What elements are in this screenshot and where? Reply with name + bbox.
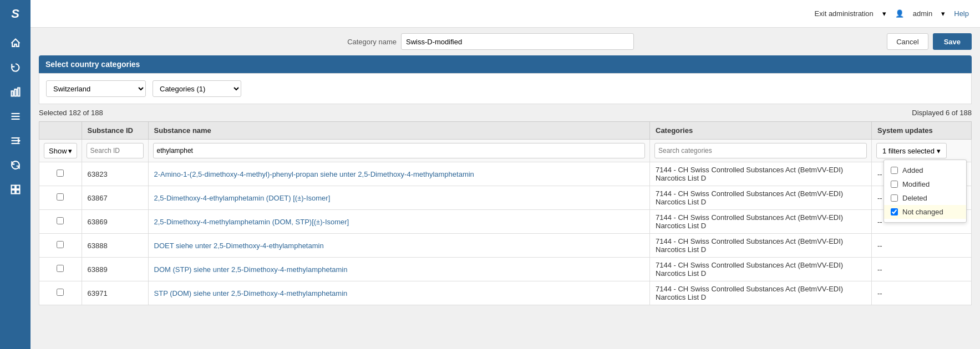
- filter-show-cell: Show ▾: [39, 140, 82, 162]
- sidebar-icon-sync[interactable]: [6, 155, 26, 175]
- filter-updates-cell: 1 filters selected ▾ Added Modified: [872, 140, 972, 162]
- row-checkbox[interactable]: [57, 289, 64, 296]
- logo-area: S: [0, 0, 31, 28]
- row-name: 2,5-Dimethoxy-4-ethylamphetamin (DOET) […: [148, 186, 649, 210]
- row-name: 2,5-Dimethoxy-4-methylamphetamin (DOM, S…: [148, 210, 649, 234]
- row-categories: 7144 - CH Swiss Controlled Substances Ac…: [650, 234, 872, 258]
- categories-dropdown[interactable]: Categories (1): [153, 80, 241, 97]
- help-link[interactable]: Help: [954, 9, 969, 18]
- row-checkbox[interactable]: [57, 170, 64, 177]
- row-id: 63888: [82, 234, 148, 258]
- filter-option-not-changed[interactable]: Not changed: [884, 205, 966, 219]
- filter-checkbox-modified[interactable]: [891, 181, 898, 188]
- cancel-button[interactable]: Cancel: [887, 33, 928, 50]
- row-update: --: [872, 258, 972, 281]
- row-name: STP (DOM) siehe unter 2,5-Dimethoxy-4-me…: [148, 281, 649, 305]
- row-checkbox[interactable]: [57, 193, 64, 201]
- row-categories: 7144 - CH Swiss Controlled Substances Ac…: [650, 186, 872, 210]
- row-checkbox-cell: [39, 210, 82, 234]
- filter-row: Show ▾ 1 filters selected: [39, 140, 972, 162]
- select-country-panel-header: Select country categories: [39, 55, 972, 73]
- row-id: 63867: [82, 186, 148, 210]
- row-update: --: [872, 234, 972, 258]
- row-checkbox[interactable]: [57, 217, 64, 224]
- filter-name-cell: [148, 140, 649, 162]
- filter-dropdown: Added Modified Deleted: [883, 160, 967, 223]
- svg-rect-11: [11, 190, 15, 194]
- select-country-panel-body: Switzerland Categories (1): [39, 73, 972, 104]
- filter-checkbox-deleted[interactable]: [891, 194, 898, 202]
- sidebar-icon-list2[interactable]: [6, 131, 26, 151]
- table-row: 63867 2,5-Dimethoxy-4-ethylamphetamin (D…: [39, 186, 972, 210]
- table-row: 63971 STP (DOM) siehe unter 2,5-Dimethox…: [39, 281, 972, 305]
- svg-rect-0: [11, 91, 13, 96]
- filter-label-added: Added: [902, 166, 923, 174]
- th-categories: Categories: [650, 122, 872, 140]
- search-categories-input[interactable]: [654, 143, 867, 158]
- exit-admin-link[interactable]: Exit administration: [815, 9, 874, 18]
- search-id-input[interactable]: [87, 143, 144, 158]
- user-icon: 👤: [895, 9, 904, 18]
- th-checkbox: [39, 122, 82, 140]
- show-button[interactable]: Show ▾: [44, 143, 77, 158]
- country-dropdown[interactable]: Switzerland: [46, 80, 146, 97]
- row-checkbox-cell: [39, 281, 82, 305]
- row-id: 63889: [82, 258, 148, 281]
- row-categories: 7144 - CH Swiss Controlled Substances Ac…: [650, 258, 872, 281]
- row-checkbox-cell: [39, 186, 82, 210]
- filter-checkbox-not-changed[interactable]: [891, 208, 898, 215]
- filter-updates-button[interactable]: 1 filters selected ▾: [876, 143, 947, 158]
- row-id: 63823: [82, 162, 148, 186]
- separator: ▾: [882, 9, 886, 18]
- logo-icon: S: [11, 7, 19, 21]
- search-name-input[interactable]: [153, 143, 645, 158]
- th-system-updates: System updates: [872, 122, 972, 140]
- svg-rect-9: [11, 186, 15, 189]
- sidebar-icon-grid[interactable]: [6, 179, 26, 199]
- category-name-input[interactable]: [401, 33, 634, 50]
- filter-option-deleted[interactable]: Deleted: [884, 191, 966, 205]
- show-chevron: ▾: [68, 147, 72, 155]
- row-checkbox-cell: [39, 162, 82, 186]
- top-bar-right: Exit administration ▾ 👤 admin ▾ Help: [815, 9, 969, 18]
- filter-label-deleted: Deleted: [902, 194, 927, 202]
- filter-categories-cell: [650, 140, 872, 162]
- sidebar-icon-chart[interactable]: [6, 82, 26, 102]
- svg-rect-12: [16, 190, 19, 194]
- row-checkbox-cell: [39, 258, 82, 281]
- svg-rect-2: [18, 88, 19, 96]
- sidebar-icon-refresh[interactable]: [6, 58, 26, 78]
- table-row: 63889 DOM (STP) siehe unter 2,5-Dimethox…: [39, 258, 972, 281]
- table-row: 63869 2,5-Dimethoxy-4-methylamphetamin (…: [39, 210, 972, 234]
- main-content: Category name Cancel Save Select country…: [31, 28, 980, 349]
- filter-option-added[interactable]: Added: [884, 163, 966, 177]
- filter-option-modified[interactable]: Modified: [884, 177, 966, 191]
- row-name: DOET siehe unter 2,5-Dimethoxy-4-ethylam…: [148, 234, 649, 258]
- th-substance-name: Substance name: [148, 122, 649, 140]
- save-button[interactable]: Save: [933, 33, 972, 50]
- table-row: 63823 2-Amino-1-(2,5-dimethoxy-4-methyl)…: [39, 162, 972, 186]
- action-buttons: Cancel Save: [887, 33, 972, 50]
- filter-dropdown-container: 1 filters selected ▾ Added Modified: [876, 143, 967, 158]
- panel-dropdowns: Switzerland Categories (1): [46, 80, 964, 97]
- filter-label-not-changed: Not changed: [902, 208, 943, 216]
- row-checkbox-cell: [39, 234, 82, 258]
- row-name: DOM (STP) siehe unter 2,5-Dimethoxy-4-me…: [148, 258, 649, 281]
- row-update: --: [872, 281, 972, 305]
- row-id: 63869: [82, 210, 148, 234]
- sidebar: [0, 28, 31, 349]
- svg-rect-1: [14, 89, 16, 96]
- sidebar-icon-home[interactable]: [6, 33, 26, 53]
- row-checkbox[interactable]: [57, 241, 64, 248]
- row-checkbox[interactable]: [57, 265, 64, 272]
- row-categories: 7144 - CH Swiss Controlled Substances Ac…: [650, 162, 872, 186]
- table-header-row: Substance ID Substance name Categories S…: [39, 122, 972, 140]
- table-row: 63888 DOET siehe unter 2,5-Dimethoxy-4-e…: [39, 234, 972, 258]
- top-bar: S Exit administration ▾ 👤 admin ▾ Help: [0, 0, 980, 28]
- admin-link[interactable]: admin: [913, 9, 932, 18]
- row-name: 2-Amino-1-(2,5-dimethoxy-4-methyl)-pheny…: [148, 162, 649, 186]
- filter-btn-chevron: ▾: [937, 147, 941, 155]
- sidebar-icon-list[interactable]: [6, 106, 26, 126]
- filter-checkbox-added[interactable]: [891, 167, 898, 174]
- category-name-row: Category name Cancel Save: [39, 33, 972, 50]
